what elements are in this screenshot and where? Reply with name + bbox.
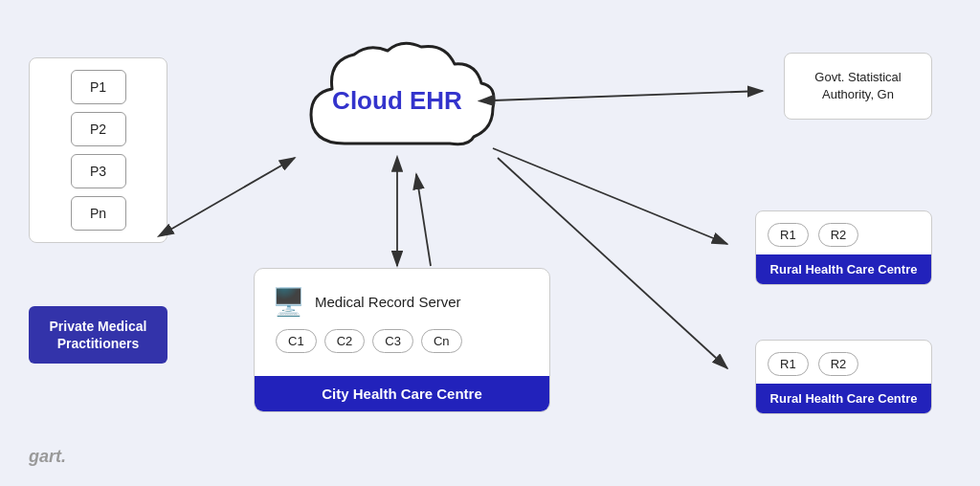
pmp-label: Private Medical Practitioners bbox=[29, 306, 167, 364]
city-node-c1: C1 bbox=[276, 329, 317, 353]
arrow-pmp-cloud bbox=[170, 158, 295, 230]
practitioner-p1: P1 bbox=[71, 70, 126, 104]
rural2-node-r1: R1 bbox=[768, 352, 809, 376]
govt-label: Govt. Statistical Authority, Gn bbox=[794, 69, 922, 103]
rural-panel-1: R1 R2 Rural Health Care Centre bbox=[755, 210, 932, 285]
rural-nodes-1: R1 R2 bbox=[756, 211, 931, 254]
city-nodes: C1 C2 C3 Cn bbox=[272, 329, 532, 353]
rural2-footer-label: Rural Health Care Centre bbox=[756, 384, 931, 413]
city-node-cn: Cn bbox=[421, 329, 462, 353]
rural2-node-r2: R2 bbox=[818, 352, 859, 376]
rural1-node-r1: R1 bbox=[768, 223, 809, 247]
rural-panel-2: R1 R2 Rural Health Care Centre bbox=[755, 340, 932, 414]
server-icon: 🖥️ bbox=[272, 286, 305, 318]
arrow-cloud-rural1 bbox=[493, 148, 727, 244]
cloud-shape: Cloud EHR bbox=[292, 33, 502, 167]
city-inner: 🖥️ Medical Record Server C1 C2 C3 Cn bbox=[255, 269, 549, 376]
diagram-container: P1 P2 P3 Pn Private Medical Practitioner… bbox=[0, 0, 980, 486]
practitioner-p2: P2 bbox=[71, 112, 126, 146]
cloud-ehr-label: Cloud EHR bbox=[332, 86, 462, 116]
pmp-panel: P1 P2 P3 Pn bbox=[29, 57, 167, 243]
city-panel: 🖥️ Medical Record Server C1 C2 C3 Cn Cit… bbox=[254, 268, 550, 412]
practitioner-pn: Pn bbox=[71, 196, 126, 231]
rural1-footer-label: Rural Health Care Centre bbox=[756, 254, 931, 284]
city-server-row: 🖥️ Medical Record Server bbox=[272, 286, 532, 318]
practitioner-p3: P3 bbox=[71, 154, 126, 188]
city-footer-label: City Health Care Centre bbox=[255, 376, 549, 411]
arrow-cloud-govt bbox=[493, 91, 763, 100]
city-server-label: Medical Record Server bbox=[315, 294, 461, 310]
rural1-node-r2: R2 bbox=[818, 223, 859, 247]
cloud-ehr-container: Cloud EHR bbox=[282, 24, 512, 177]
gart-logo: gart. bbox=[29, 447, 66, 467]
city-node-c3: C3 bbox=[372, 329, 413, 353]
rural-nodes-2: R1 R2 bbox=[756, 341, 931, 384]
govt-box: Govt. Statistical Authority, Gn bbox=[784, 53, 932, 120]
arrow-city-cloud-up bbox=[416, 174, 431, 266]
city-node-c2: C2 bbox=[324, 329, 366, 353]
